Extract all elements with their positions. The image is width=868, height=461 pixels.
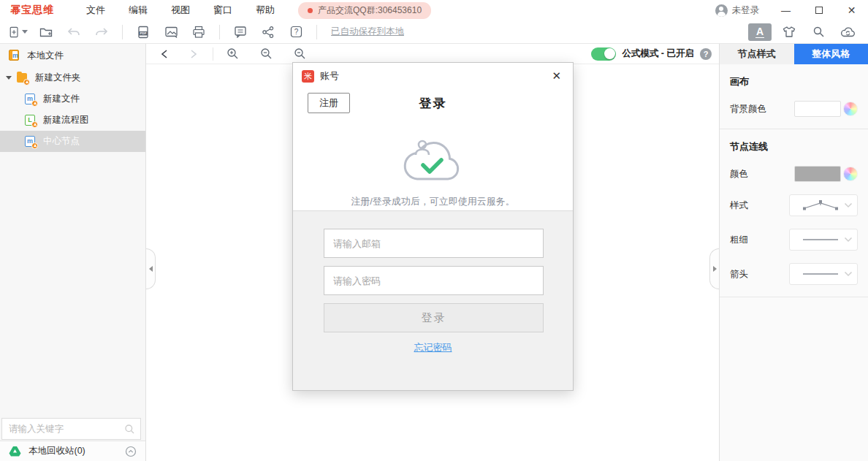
tshirt-icon (782, 26, 796, 38)
search-button[interactable] (807, 23, 830, 41)
sidebar-item-local-files[interactable]: 本地文件 (0, 44, 145, 67)
export-image-button[interactable] (161, 23, 180, 41)
menubar: 文件 编辑 视图 窗口 帮助 (75, 0, 286, 20)
sidebar-collapse-handle[interactable] (146, 248, 156, 289)
undo-button[interactable] (64, 23, 83, 41)
toolbar: PDF ? 已自动保存到本地 A (0, 20, 868, 44)
sidebar-item-new-folder[interactable]: 新建文件夹 (0, 67, 145, 88)
center-node-label: 中心节点 (43, 135, 80, 148)
nav-forward-button[interactable] (184, 46, 203, 62)
sidebar-item-center-node[interactable]: m 中心节点 (0, 131, 145, 152)
text-style-icon: A (755, 26, 764, 38)
bg-color-swatch[interactable] (794, 101, 841, 117)
line-weight-dropdown[interactable] (789, 229, 858, 251)
new-file-button[interactable] (9, 23, 28, 41)
tab-overall-style[interactable]: 整体风格 (794, 44, 868, 64)
zoom-in-button[interactable] (223, 46, 242, 62)
theme-button[interactable] (777, 23, 801, 41)
chevron-down-icon (22, 30, 28, 34)
qq-group-badge[interactable]: 产品交流QQ群:306453610 (298, 2, 431, 19)
color-wheel-icon[interactable] (843, 102, 858, 116)
arrow-label: 箭头 (730, 268, 789, 281)
image-icon (164, 26, 178, 38)
undo-icon (66, 26, 81, 38)
branch-style-icon (802, 199, 840, 211)
folder-icon (17, 72, 28, 84)
feedback-button[interactable] (231, 23, 250, 41)
login-heading: 登录 (293, 95, 573, 112)
mindmap-file-icon: m (25, 136, 37, 148)
zoom-out-icon (260, 47, 273, 60)
svg-text:PDF: PDF (140, 31, 147, 35)
collapse-up-icon[interactable] (125, 446, 137, 457)
formula-mode-label: 公式模式 - 已开启 (622, 47, 694, 60)
new-flowchart-label: 新建流程图 (43, 114, 89, 126)
formula-mode-toggle[interactable] (591, 47, 616, 61)
search-icon (812, 26, 825, 38)
sidebar-item-new-file[interactable]: m 新建文件 (0, 88, 145, 110)
text-style-button[interactable]: A (748, 23, 772, 41)
cloud-sync-button[interactable] (836, 23, 859, 41)
menu-file[interactable]: 文件 (75, 0, 117, 20)
sidebar: 本地文件 新建文件夹 m 新建文件 L 新建流程图 m 中心节点 (0, 44, 146, 461)
color-wheel-icon[interactable] (843, 167, 858, 181)
panel-collapse-handle[interactable] (709, 248, 719, 289)
upload-badge-icon (31, 121, 38, 128)
qq-group-label: 产品交流QQ群:306453610 (318, 4, 422, 17)
menu-view[interactable]: 视图 (159, 0, 202, 20)
bg-color-row: 背景颜色 (730, 101, 858, 117)
formula-help-icon[interactable]: ? (700, 48, 712, 60)
upload-badge-icon (31, 100, 38, 107)
sidebar-search (1, 418, 141, 440)
zoom-reset-button[interactable] (290, 46, 309, 62)
login-button[interactable]: 登录 (324, 303, 544, 332)
zoom-out-button[interactable] (256, 46, 275, 62)
line-section-title: 节点连线 (730, 140, 858, 153)
avatar-icon (715, 4, 728, 17)
search-input[interactable] (1, 418, 141, 440)
zoom-reset-icon (294, 47, 306, 60)
new-folder-label: 新建文件夹 (35, 72, 81, 84)
menu-edit[interactable]: 编辑 (117, 0, 159, 20)
password-field[interactable] (324, 266, 544, 295)
tab-node-style[interactable]: 节点样式 (720, 44, 794, 64)
chevron-down-icon (844, 237, 853, 243)
export-pdf-button[interactable]: PDF (134, 23, 153, 41)
sidebar-item-new-flowchart[interactable]: L 新建流程图 (0, 110, 145, 131)
toolbar-separator (122, 25, 123, 39)
open-folder-button[interactable] (37, 23, 56, 41)
bg-color-label: 背景颜色 (730, 103, 794, 115)
mindmap-file-icon: m (25, 94, 37, 105)
line-color-swatch[interactable] (794, 166, 841, 182)
maximize-button[interactable] (802, 0, 835, 20)
upload-badge-icon (23, 79, 30, 85)
close-window-button[interactable]: ✕ (835, 0, 868, 20)
email-field[interactable] (324, 229, 544, 258)
help-button[interactable]: ? (286, 23, 305, 41)
flowchart-file-icon: L (25, 115, 37, 126)
forgot-password-link[interactable]: 忘记密码 (414, 342, 452, 353)
arrow-dropdown[interactable] (789, 263, 858, 285)
line-style-dropdown[interactable] (789, 194, 858, 216)
line-style-label: 样式 (730, 199, 789, 212)
redo-icon (94, 26, 109, 38)
titlebar: 幂宝思维 文件 编辑 视图 窗口 帮助 产品交流QQ群:306453610 未登… (0, 0, 868, 20)
redo-button[interactable] (92, 23, 111, 41)
share-button[interactable] (259, 23, 278, 41)
menu-window[interactable]: 窗口 (202, 0, 244, 20)
menu-help[interactable]: 帮助 (244, 0, 286, 20)
canvas-section-title: 画布 (730, 75, 858, 88)
autosave-status: 已自动保存到本地 (331, 26, 404, 38)
zoom-in-icon (226, 47, 239, 60)
recycle-bin-row[interactable]: 本地回收站(0) (0, 441, 145, 461)
search-icon (124, 424, 135, 435)
minimize-button[interactable]: — (769, 0, 802, 20)
user-login-status[interactable]: 未登录 (715, 4, 760, 17)
print-button[interactable] (189, 23, 208, 41)
panel-divider (720, 129, 868, 129)
dialog-close-button[interactable]: ✕ (549, 69, 564, 83)
tree-expand-icon[interactable] (6, 76, 12, 80)
nav-back-button[interactable] (155, 46, 174, 62)
line-weight-icon (802, 237, 840, 242)
red-dot-icon (308, 8, 313, 13)
